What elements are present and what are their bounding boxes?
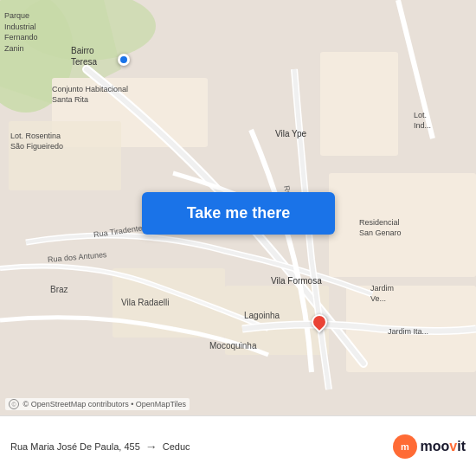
attribution-text: © OpenStreetMap contributors • OpenMapTi… <box>23 400 187 408</box>
copyright-icon: © <box>9 399 19 409</box>
label-braz: Braz <box>50 284 68 295</box>
label-vila-formosa: Vila Formosa <box>271 275 322 286</box>
label-residencial-san-genaro: ResidencialSan Genaro <box>359 218 402 238</box>
map-attribution: © © OpenStreetMap contributors • OpenMap… <box>5 398 190 410</box>
bottom-bar: Rua Maria José De Paula, 455 → Ceduc m m… <box>0 415 476 476</box>
moovit-icon: m <box>393 434 417 459</box>
label-jardim-ita: Jardim Ita... <box>388 327 428 338</box>
svg-text:m: m <box>401 441 409 452</box>
moovit-logo: m moovit <box>393 434 466 459</box>
svg-rect-6 <box>320 52 398 156</box>
route-info: Rua Maria José De Paula, 455 → Ceduc <box>10 440 393 453</box>
take-me-there-button[interactable]: Take me there <box>142 192 335 235</box>
label-vila-radaelli: Vila Radaelli <box>121 297 169 308</box>
label-vila-ype: Vila Ype <box>275 128 306 139</box>
label-parque: ParqueIndustrialFernandoZanin <box>4 10 38 54</box>
route-to: Ceduc <box>163 441 190 452</box>
label-lot-ind: Lot.Ind... <box>414 111 431 131</box>
label-lagoinha: Lagoinha <box>244 310 280 321</box>
map-container: Rua ParqueIndustrialFernandoZanin Bairro… <box>0 0 476 415</box>
label-bairro-teresa: BairroTeresa <box>71 45 97 68</box>
route-from: Rua Maria José De Paula, 455 <box>10 441 140 452</box>
label-conjunto: Conjunto HabitacionalSanta Rita <box>52 85 128 105</box>
label-mocoquinha: Mocoquinha <box>209 340 256 351</box>
label-jardim-ve: JardimVe... <box>370 284 394 304</box>
route-arrow: → <box>145 440 158 453</box>
svg-rect-7 <box>329 173 476 277</box>
origin-marker <box>118 54 130 66</box>
label-lot-rosentina: Lot. RosentinaSão Figueiredo <box>10 132 63 151</box>
moovit-text: moovit <box>421 439 466 454</box>
